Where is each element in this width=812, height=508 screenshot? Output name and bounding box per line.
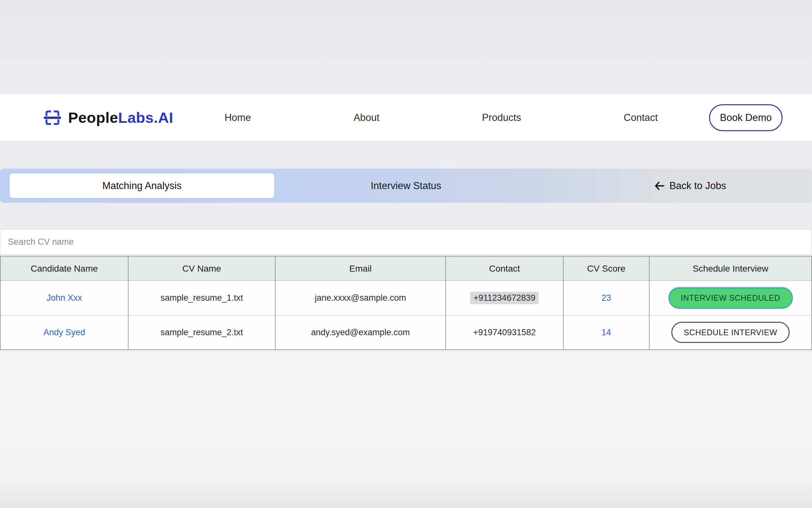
book-demo-button[interactable]: Book Demo — [709, 104, 782, 131]
column-header-cv-name: CV Name — [129, 256, 276, 281]
cell-contact: +911234672839 — [446, 281, 564, 315]
cv-score-link[interactable]: 14 — [601, 328, 611, 338]
schedule-interview-button[interactable]: SCHEDULE INTERVIEW — [671, 322, 790, 343]
page-background-lower — [0, 351, 812, 508]
candidates-table: Candidate Name CV Name Email Contact CV … — [0, 256, 812, 350]
cell-email: andy.syed@example.com — [276, 315, 446, 350]
cell-schedule-action: INTERVIEW SCHEDULED — [650, 281, 812, 315]
cell-candidate-name: Andy Syed — [0, 315, 129, 350]
nav-item-contact[interactable]: Contact — [624, 112, 658, 124]
tab-section-matching: Matching Analysis — [0, 169, 271, 203]
interview-scheduled-button[interactable]: INTERVIEW SCHEDULED — [668, 288, 793, 309]
nav-item-products[interactable]: Products — [482, 112, 521, 124]
cell-cv-name: sample_resume_1.txt — [129, 281, 276, 315]
cell-candidate-name: John Xxx — [0, 281, 129, 315]
table-row: Andy Syed sample_resume_2.txt andy.syed@… — [0, 315, 812, 350]
contact-value: +919740931582 — [473, 328, 536, 338]
back-to-jobs-link[interactable]: Back to Jobs — [654, 180, 726, 192]
top-navbar: PeopleLabs.AI Home About Products Contac… — [0, 94, 812, 141]
tab-matching-analysis[interactable]: Matching Analysis — [10, 173, 274, 198]
table-header-row: Candidate Name CV Name Email Contact CV … — [0, 256, 812, 281]
scan-frame-icon — [43, 109, 62, 127]
column-header-candidate-name: Candidate Name — [0, 256, 129, 281]
hero-background — [0, 0, 812, 94]
tab-section-interview: Interview Status — [271, 169, 541, 203]
brand-name: PeopleLabs.AI — [68, 109, 173, 126]
cell-cv-score: 14 — [564, 315, 650, 350]
cell-schedule-action: SCHEDULE INTERVIEW — [650, 315, 812, 350]
tab-matching-analysis-label: Matching Analysis — [102, 180, 182, 192]
nav-item-home[interactable]: Home — [225, 112, 251, 124]
back-to-jobs-label: Back to Jobs — [669, 180, 726, 192]
nav-item-about[interactable]: About — [353, 112, 379, 124]
page: PeopleLabs.AI Home About Products Contac… — [0, 0, 812, 508]
tab-section-back: Back to Jobs — [541, 169, 812, 203]
candidate-name-link[interactable]: Andy Syed — [44, 328, 85, 338]
cell-cv-name: sample_resume_2.txt — [129, 315, 276, 350]
column-header-contact: Contact — [446, 256, 564, 281]
cv-score-link[interactable]: 23 — [601, 293, 611, 303]
nav-links: Home About Products Contact — [173, 112, 709, 124]
brand-name-primary: People — [68, 109, 118, 126]
tab-interview-status[interactable]: Interview Status — [371, 180, 441, 192]
cell-cv-score: 23 — [564, 281, 650, 315]
search-input[interactable] — [0, 229, 812, 255]
contact-value-highlighted: +911234672839 — [470, 292, 539, 304]
column-header-email: Email — [276, 256, 446, 281]
cell-contact: +919740931582 — [446, 315, 564, 350]
candidate-name-link[interactable]: John Xxx — [46, 293, 82, 303]
brand-name-secondary: Labs.AI — [118, 109, 174, 126]
column-header-cv-score: CV Score — [564, 256, 650, 281]
table-row: John Xxx sample_resume_1.txt jane.xxxx@s… — [0, 281, 812, 315]
tab-bar: Matching Analysis Interview Status Back … — [0, 169, 812, 203]
cell-email: jane.xxxx@sample.com — [276, 281, 446, 315]
left-arrow-icon — [654, 180, 665, 191]
brand-logo[interactable]: PeopleLabs.AI — [43, 109, 173, 127]
column-header-schedule-interview: Schedule Interview — [650, 256, 812, 281]
